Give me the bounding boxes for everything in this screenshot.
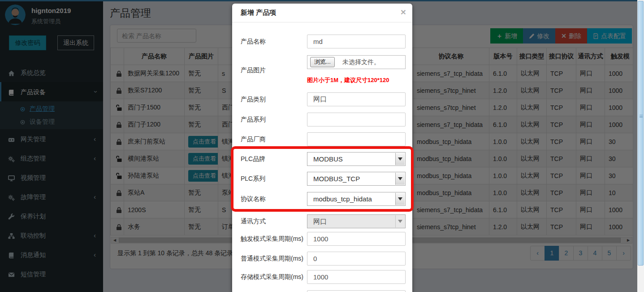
field-label: 产品图片 bbox=[241, 63, 266, 77]
trigger-period-input[interactable] bbox=[307, 232, 406, 246]
file-status-text: 未选择文件。 bbox=[342, 56, 380, 69]
vertical-scrollbar-thumb[interactable] bbox=[638, 1, 644, 266]
field-label: 通讯方式 bbox=[241, 214, 266, 228]
app-root: hignton2019 系统管理员 修改密码 退出系统 系统总览 产品设备 › … bbox=[0, 0, 644, 292]
field-label: 触发模式采集周期(ms) bbox=[241, 232, 303, 246]
normal-period-input[interactable] bbox=[307, 252, 406, 266]
product-category-input[interactable] bbox=[307, 92, 406, 106]
product-series-input[interactable] bbox=[307, 113, 406, 126]
field-label: 产品名称 bbox=[241, 35, 266, 48]
product-name-input[interactable] bbox=[307, 35, 406, 48]
scrollbar-grip-icon bbox=[640, 115, 643, 118]
field-label: 存储模式采集周期(ms) bbox=[241, 270, 303, 284]
field-label: 普通模式采集周期(ms) bbox=[241, 252, 303, 266]
dropdown-arrow-icon[interactable] bbox=[395, 215, 405, 227]
comm-mode-select: 网口 bbox=[307, 214, 406, 228]
field-label: 产品厂商 bbox=[241, 132, 266, 146]
storage-period-input[interactable] bbox=[307, 270, 406, 284]
product-image-file-input: 浏览... 未选择文件。 bbox=[307, 55, 406, 69]
product-vendor-input[interactable] bbox=[307, 132, 406, 146]
field-label: 产品类别 bbox=[241, 92, 266, 106]
browse-button[interactable]: 浏览... bbox=[310, 57, 335, 67]
field-label: 产品系列 bbox=[241, 113, 266, 126]
vertical-scrollbar[interactable] bbox=[637, 0, 644, 292]
extra-field-input[interactable] bbox=[307, 290, 406, 292]
red-highlight-annotation bbox=[231, 146, 414, 212]
image-size-hint: 图片小于1M，建议尺寸120*120 bbox=[307, 76, 389, 84]
